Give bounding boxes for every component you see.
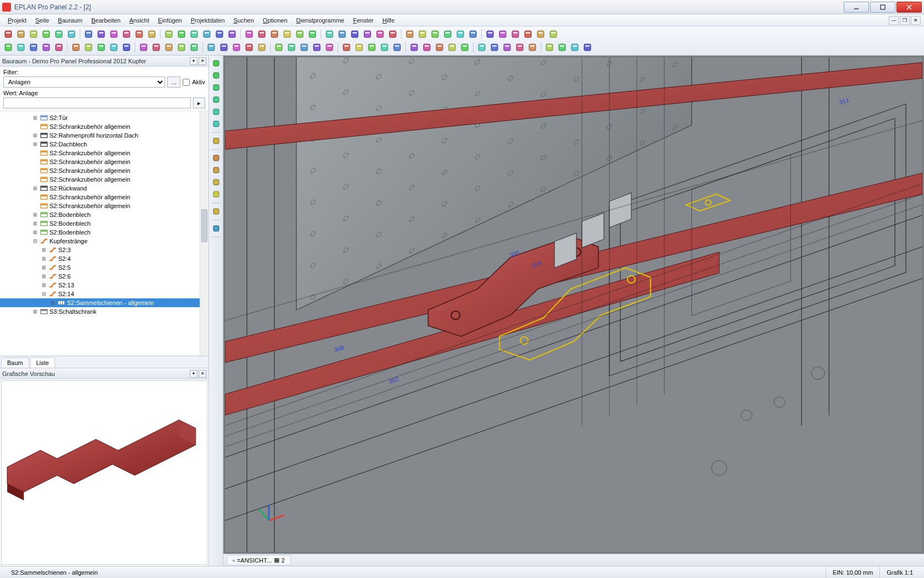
mdi-close-button[interactable]: ✕ xyxy=(911,16,921,25)
mdi-restore-button[interactable]: ❐ xyxy=(900,16,910,25)
toolbar1-btn-41[interactable] xyxy=(547,28,559,40)
toolbar1-btn-8[interactable] xyxy=(108,28,120,40)
toolbar2-btn-18[interactable] xyxy=(243,41,255,53)
tree-scroll-thumb[interactable] xyxy=(201,209,207,242)
aktiv-checkbox-wrap[interactable]: Aktiv xyxy=(183,79,205,86)
toolbar2-btn-36[interactable] xyxy=(488,41,501,53)
tree-toggle-icon[interactable]: ⊞ xyxy=(41,265,47,270)
window-maximize-button[interactable] xyxy=(870,2,895,13)
toolbar2-btn-19[interactable] xyxy=(256,41,268,53)
toolbar1-btn-30[interactable] xyxy=(404,28,416,40)
panel-dropdown-button[interactable]: ▾ xyxy=(190,57,197,65)
toolbar2-btn-17[interactable] xyxy=(230,41,243,53)
toolbar1-btn-31[interactable] xyxy=(416,28,428,40)
toolbar1-btn-7[interactable] xyxy=(95,28,107,40)
tree-node-20[interactable]: ⊟S2:14 xyxy=(0,290,208,298)
tree-toggle-icon[interactable]: ⊞ xyxy=(50,300,56,306)
toolbar2-btn-27[interactable] xyxy=(366,41,378,53)
toolbar2-btn-13[interactable] xyxy=(175,41,188,53)
window-close-button[interactable] xyxy=(897,2,922,13)
toolbar2-btn-34[interactable] xyxy=(459,41,471,53)
toolbar1-btn-0[interactable] xyxy=(2,28,14,40)
tree-toggle-icon[interactable]: ⊞ xyxy=(41,274,47,279)
preview-canvas[interactable] xyxy=(1,380,207,565)
tree-node-4[interactable]: S2:Schrankzubehör allgemein xyxy=(0,149,208,157)
tree-node-1[interactable]: S2:Schrankzubehör allgemein xyxy=(0,122,208,131)
toolbar2-btn-29[interactable] xyxy=(391,41,403,53)
toolbar2-btn-23[interactable] xyxy=(311,41,323,53)
toolbar1-btn-23[interactable] xyxy=(306,28,318,40)
tree-node-7[interactable]: S2:Schrankzubehör allgemein xyxy=(0,175,208,184)
menu-bauraum[interactable]: Bauraum xyxy=(53,16,87,25)
toolbar2-btn-11[interactable] xyxy=(150,41,162,53)
toolbar2-btn-14[interactable] xyxy=(188,41,200,53)
toolbar2-btn-35[interactable] xyxy=(476,41,488,53)
toolbar2-btn-43[interactable] xyxy=(581,41,593,53)
toolbar2-btn-12[interactable] xyxy=(163,41,175,53)
preview-dropdown-button[interactable]: ▾ xyxy=(190,370,197,378)
vtool-btn-2[interactable] xyxy=(211,82,222,93)
tree-toggle-icon[interactable]: ⊞ xyxy=(41,282,47,288)
toolbar2-btn-30[interactable] xyxy=(408,41,420,53)
vtool-btn-11[interactable] xyxy=(211,206,222,217)
toolbar2-btn-32[interactable] xyxy=(433,41,446,53)
tree-node-11[interactable]: ⊞S2:Bodenblech xyxy=(0,210,208,219)
toolbar1-btn-40[interactable] xyxy=(535,28,547,40)
toolbar2-btn-7[interactable] xyxy=(95,41,107,53)
menu-hilfe[interactable]: Hilfe xyxy=(378,16,399,25)
tree-node-10[interactable]: S2:Schrankzubehör allgemein xyxy=(0,201,208,210)
tree-node-6[interactable]: S2:Schrankzubehör allgemein xyxy=(0,166,208,175)
toolbar2-btn-33[interactable] xyxy=(446,41,458,53)
panel-close-button[interactable]: ✕ xyxy=(199,57,206,65)
tree-toggle-icon[interactable]: ⊞ xyxy=(32,115,38,121)
toolbar1-btn-27[interactable] xyxy=(361,28,373,40)
menu-ansicht[interactable]: Ansicht xyxy=(125,16,153,25)
tree-toggle-icon[interactable]: ⊞ xyxy=(32,141,38,147)
vtool-btn-1[interactable] xyxy=(211,70,222,81)
tree-toggle-icon[interactable]: ⊞ xyxy=(32,212,38,217)
toolbar2-btn-9[interactable] xyxy=(120,41,133,53)
toolbar1-btn-26[interactable] xyxy=(349,28,361,40)
toolbar2-btn-10[interactable] xyxy=(138,41,150,53)
toolbar1-btn-35[interactable] xyxy=(467,28,479,40)
tree-toggle-icon[interactable]: ⊞ xyxy=(32,221,38,226)
toolbar1-btn-38[interactable] xyxy=(509,28,521,40)
toolbar1-btn-25[interactable] xyxy=(336,28,348,40)
toolbar1-btn-11[interactable] xyxy=(146,28,158,40)
toolbar2-btn-8[interactable] xyxy=(108,41,120,53)
vtool-btn-4[interactable] xyxy=(211,106,222,117)
toolbar1-btn-4[interactable] xyxy=(53,28,65,40)
tree-node-15[interactable]: ⊞S2:3 xyxy=(0,246,208,254)
toolbar1-btn-28[interactable] xyxy=(374,28,386,40)
toolbar2-btn-4[interactable] xyxy=(53,41,65,53)
vtool-btn-9[interactable] xyxy=(211,177,222,188)
toolbar1-btn-29[interactable] xyxy=(387,28,399,40)
menu-projektdaten[interactable]: Projektdaten xyxy=(186,16,229,25)
toolbar1-btn-10[interactable] xyxy=(133,28,145,40)
tree-node-0[interactable]: ⊞S2:Tür xyxy=(0,113,208,122)
toolbar2-btn-41[interactable] xyxy=(556,41,568,53)
menu-projekt[interactable]: Projekt xyxy=(3,16,31,25)
toolbar1-btn-33[interactable] xyxy=(442,28,454,40)
toolbar1-btn-17[interactable] xyxy=(226,28,238,40)
tree-node-17[interactable]: ⊞S2:5 xyxy=(0,263,208,272)
window-minimize-button[interactable] xyxy=(844,2,869,13)
toolbar2-btn-25[interactable] xyxy=(340,41,353,53)
toolbar2-btn-0[interactable] xyxy=(2,41,14,53)
toolbar1-btn-19[interactable] xyxy=(256,28,268,40)
tree-node-16[interactable]: ⊞S2:4 xyxy=(0,254,208,263)
menu-dienstprogramme[interactable]: Dienstprogramme xyxy=(292,16,349,25)
toolbar1-btn-24[interactable] xyxy=(323,28,336,40)
toolbar1-btn-15[interactable] xyxy=(201,28,213,40)
vtool-btn-3[interactable] xyxy=(211,94,222,105)
toolbar1-btn-39[interactable] xyxy=(522,28,534,40)
toolbar2-btn-15[interactable] xyxy=(205,41,217,53)
menu-einfügen[interactable]: Einfügen xyxy=(153,16,186,25)
component-tree[interactable]: ⊞S2:TürS2:Schrankzubehör allgemein⊞S2:Ra… xyxy=(0,111,208,356)
toolbar2-btn-1[interactable] xyxy=(15,41,27,53)
toolbar2-btn-22[interactable] xyxy=(298,41,310,53)
tree-node-5[interactable]: S2:Schrankzubehör allgemein xyxy=(0,157,208,166)
toolbar1-btn-20[interactable] xyxy=(268,28,280,40)
vtool-btn-6[interactable] xyxy=(211,135,222,146)
toolbar1-btn-14[interactable] xyxy=(188,28,200,40)
